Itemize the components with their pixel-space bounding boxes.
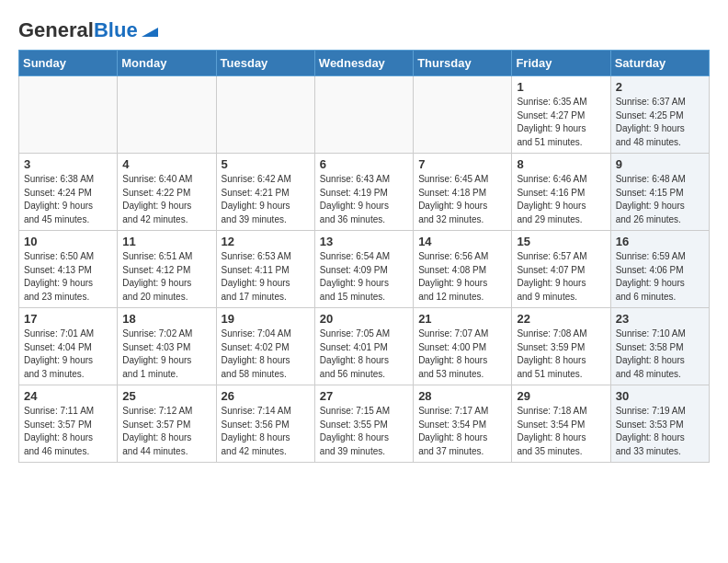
day-number: 20 — [320, 312, 408, 326]
calendar-table: SundayMondayTuesdayWednesdayThursdayFrid… — [18, 50, 710, 463]
calendar-cell: 3Sunrise: 6:38 AM Sunset: 4:24 PM Daylig… — [19, 154, 118, 231]
page-header: GeneralBlue — [18, 18, 710, 40]
calendar-cell: 17Sunrise: 7:01 AM Sunset: 4:04 PM Dayli… — [19, 308, 118, 385]
day-info: Sunrise: 7:18 AM Sunset: 3:54 PM Dayligh… — [517, 405, 605, 458]
week-row-3: 10Sunrise: 6:50 AM Sunset: 4:13 PM Dayli… — [19, 231, 710, 308]
logo: GeneralBlue — [18, 18, 160, 40]
calendar-cell — [414, 76, 512, 154]
day-info: Sunrise: 7:05 AM Sunset: 4:01 PM Dayligh… — [320, 327, 408, 381]
day-info: Sunrise: 7:14 AM Sunset: 3:56 PM Dayligh… — [222, 405, 310, 458]
calendar-cell: 1Sunrise: 6:35 AM Sunset: 4:27 PM Daylig… — [512, 76, 610, 154]
calendar-cell: 14Sunrise: 6:56 AM Sunset: 4:08 PM Dayli… — [414, 231, 512, 308]
calendar-cell: 9Sunrise: 6:48 AM Sunset: 4:15 PM Daylig… — [610, 154, 709, 231]
day-number: 2 — [616, 80, 704, 94]
calendar-cell: 25Sunrise: 7:12 AM Sunset: 3:57 PM Dayli… — [118, 385, 216, 463]
week-row-2: 3Sunrise: 6:38 AM Sunset: 4:24 PM Daylig… — [19, 154, 710, 231]
calendar-cell: 13Sunrise: 6:54 AM Sunset: 4:09 PM Dayli… — [314, 231, 413, 308]
day-info: Sunrise: 7:04 AM Sunset: 4:02 PM Dayligh… — [222, 327, 310, 381]
day-info: Sunrise: 7:15 AM Sunset: 3:55 PM Dayligh… — [320, 405, 408, 458]
day-number: 3 — [24, 157, 112, 171]
day-header-tuesday: Tuesday — [216, 51, 314, 76]
calendar-cell: 29Sunrise: 7:18 AM Sunset: 3:54 PM Dayli… — [512, 385, 610, 463]
day-number: 22 — [517, 312, 605, 326]
calendar-cell — [19, 76, 118, 154]
week-row-1: 1Sunrise: 6:35 AM Sunset: 4:27 PM Daylig… — [19, 76, 710, 154]
day-info: Sunrise: 6:42 AM Sunset: 4:21 PM Dayligh… — [222, 173, 310, 226]
calendar-cell: 19Sunrise: 7:04 AM Sunset: 4:02 PM Dayli… — [216, 308, 314, 385]
calendar-cell: 6Sunrise: 6:43 AM Sunset: 4:19 PM Daylig… — [314, 154, 413, 231]
day-info: Sunrise: 7:08 AM Sunset: 3:59 PM Dayligh… — [517, 327, 605, 381]
day-header-monday: Monday — [118, 51, 216, 76]
day-info: Sunrise: 6:40 AM Sunset: 4:22 PM Dayligh… — [122, 173, 210, 226]
day-info: Sunrise: 6:56 AM Sunset: 4:08 PM Dayligh… — [418, 250, 506, 304]
day-number: 21 — [418, 312, 506, 326]
day-number: 12 — [222, 235, 310, 248]
day-number: 26 — [222, 389, 310, 403]
day-header-thursday: Thursday — [414, 51, 512, 76]
day-info: Sunrise: 6:54 AM Sunset: 4:09 PM Dayligh… — [320, 250, 408, 304]
calendar-cell: 30Sunrise: 7:19 AM Sunset: 3:53 PM Dayli… — [610, 385, 709, 463]
day-info: Sunrise: 6:50 AM Sunset: 4:13 PM Dayligh… — [24, 250, 112, 304]
day-number: 1 — [517, 80, 605, 94]
day-header-friday: Friday — [512, 51, 610, 76]
calendar-cell: 4Sunrise: 6:40 AM Sunset: 4:22 PM Daylig… — [118, 154, 216, 231]
day-info: Sunrise: 6:37 AM Sunset: 4:25 PM Dayligh… — [616, 96, 704, 149]
day-number: 5 — [222, 157, 310, 171]
day-number: 13 — [320, 235, 408, 248]
calendar-cell: 2Sunrise: 6:37 AM Sunset: 4:25 PM Daylig… — [610, 76, 709, 154]
day-number: 15 — [517, 235, 605, 248]
day-number: 23 — [616, 312, 704, 326]
day-number: 6 — [320, 157, 408, 171]
day-info: Sunrise: 7:17 AM Sunset: 3:54 PM Dayligh… — [418, 405, 506, 458]
day-number: 17 — [24, 312, 112, 326]
day-number: 24 — [24, 389, 112, 403]
calendar-cell: 7Sunrise: 6:45 AM Sunset: 4:18 PM Daylig… — [414, 154, 512, 231]
calendar-cell: 10Sunrise: 6:50 AM Sunset: 4:13 PM Dayli… — [19, 231, 118, 308]
week-row-5: 24Sunrise: 7:11 AM Sunset: 3:57 PM Dayli… — [19, 385, 710, 463]
day-number: 7 — [418, 157, 506, 171]
calendar-cell: 15Sunrise: 6:57 AM Sunset: 4:07 PM Dayli… — [512, 231, 610, 308]
day-info: Sunrise: 6:59 AM Sunset: 4:06 PM Dayligh… — [616, 250, 704, 304]
header-row: SundayMondayTuesdayWednesdayThursdayFrid… — [19, 51, 710, 76]
day-number: 19 — [222, 312, 310, 326]
day-number: 27 — [320, 389, 408, 403]
week-row-4: 17Sunrise: 7:01 AM Sunset: 4:04 PM Dayli… — [19, 308, 710, 385]
day-info: Sunrise: 7:11 AM Sunset: 3:57 PM Dayligh… — [24, 405, 112, 458]
day-number: 29 — [517, 389, 605, 403]
day-info: Sunrise: 7:12 AM Sunset: 3:57 PM Dayligh… — [122, 405, 210, 458]
calendar-cell — [216, 76, 314, 154]
day-number: 18 — [122, 312, 210, 326]
day-info: Sunrise: 6:48 AM Sunset: 4:15 PM Dayligh… — [616, 173, 704, 226]
calendar-cell: 22Sunrise: 7:08 AM Sunset: 3:59 PM Dayli… — [512, 308, 610, 385]
day-info: Sunrise: 6:45 AM Sunset: 4:18 PM Dayligh… — [418, 173, 506, 226]
day-header-saturday: Saturday — [610, 51, 709, 76]
calendar-cell: 12Sunrise: 6:53 AM Sunset: 4:11 PM Dayli… — [216, 231, 314, 308]
day-number: 30 — [616, 389, 704, 403]
day-number: 10 — [24, 235, 112, 248]
svg-marker-0 — [142, 28, 158, 37]
day-info: Sunrise: 7:07 AM Sunset: 4:00 PM Dayligh… — [418, 327, 506, 381]
day-number: 8 — [517, 157, 605, 171]
day-info: Sunrise: 7:19 AM Sunset: 3:53 PM Dayligh… — [616, 405, 704, 458]
day-info: Sunrise: 7:01 AM Sunset: 4:04 PM Dayligh… — [24, 327, 112, 381]
calendar-cell: 18Sunrise: 7:02 AM Sunset: 4:03 PM Dayli… — [118, 308, 216, 385]
day-info: Sunrise: 6:46 AM Sunset: 4:16 PM Dayligh… — [517, 173, 605, 226]
calendar-cell: 27Sunrise: 7:15 AM Sunset: 3:55 PM Dayli… — [314, 385, 413, 463]
calendar-cell: 16Sunrise: 6:59 AM Sunset: 4:06 PM Dayli… — [610, 231, 709, 308]
day-info: Sunrise: 7:02 AM Sunset: 4:03 PM Dayligh… — [122, 327, 210, 381]
calendar-cell: 28Sunrise: 7:17 AM Sunset: 3:54 PM Dayli… — [414, 385, 512, 463]
day-info: Sunrise: 6:57 AM Sunset: 4:07 PM Dayligh… — [517, 250, 605, 304]
calendar-cell: 8Sunrise: 6:46 AM Sunset: 4:16 PM Daylig… — [512, 154, 610, 231]
day-info: Sunrise: 7:10 AM Sunset: 3:58 PM Dayligh… — [616, 327, 704, 381]
day-number: 14 — [418, 235, 506, 248]
calendar-cell: 26Sunrise: 7:14 AM Sunset: 3:56 PM Dayli… — [216, 385, 314, 463]
day-info: Sunrise: 6:51 AM Sunset: 4:12 PM Dayligh… — [122, 250, 210, 304]
day-info: Sunrise: 6:35 AM Sunset: 4:27 PM Dayligh… — [517, 96, 605, 149]
day-number: 9 — [616, 157, 704, 171]
day-info: Sunrise: 6:53 AM Sunset: 4:11 PM Dayligh… — [222, 250, 310, 304]
calendar-cell: 24Sunrise: 7:11 AM Sunset: 3:57 PM Dayli… — [19, 385, 118, 463]
day-number: 11 — [122, 235, 210, 248]
day-number: 28 — [418, 389, 506, 403]
calendar-cell: 5Sunrise: 6:42 AM Sunset: 4:21 PM Daylig… — [216, 154, 314, 231]
calendar-cell: 21Sunrise: 7:07 AM Sunset: 4:00 PM Dayli… — [414, 308, 512, 385]
